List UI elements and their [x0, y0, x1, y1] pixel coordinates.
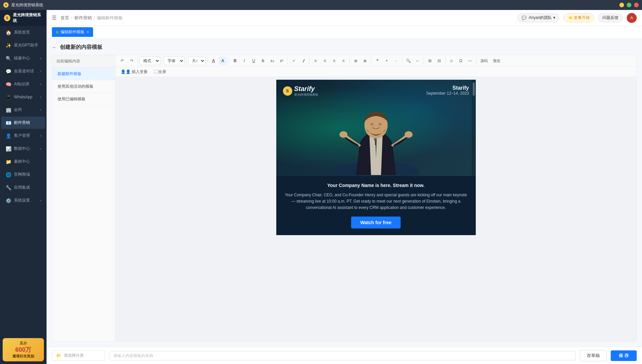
promo-amount: 600万	[5, 346, 41, 354]
email-header-right: Starify September 12–14, 2023	[426, 85, 469, 96]
sidebar-item-club[interactable]: 🏢 会邦 ›	[1, 104, 45, 116]
unordered-list-button[interactable]: ≣	[361, 56, 369, 65]
avatar[interactable]: A	[627, 13, 637, 23]
quote-button[interactable]: ❝	[373, 56, 382, 65]
minimize-btn[interactable]	[619, 3, 624, 7]
align-justify-button[interactable]: ≡	[339, 56, 348, 65]
tab-close-btn[interactable]: ✕	[86, 30, 89, 34]
source-button[interactable]: 源码	[478, 56, 490, 65]
editor-right: ↶ ↷ 格式 字体 大小	[115, 55, 636, 341]
font-select[interactable]: 字体	[164, 56, 185, 65]
outdent-button[interactable]: -	[392, 56, 400, 65]
clear-style-button[interactable]: 𝐼	[299, 56, 308, 65]
breadcrumb-home[interactable]: 首页	[61, 15, 69, 21]
clear-format-button[interactable]: ✓	[290, 56, 298, 65]
maximize-btn[interactable]	[627, 3, 631, 7]
highlight-button[interactable]: A	[218, 56, 227, 65]
logo-text: 星光跨境营销系统	[13, 12, 43, 24]
align-center-button[interactable]: ≡	[321, 56, 329, 65]
subscript-button[interactable]: x₂	[268, 56, 277, 65]
strikethrough-button[interactable]: S	[259, 56, 267, 65]
replace-button[interactable]: ↔	[413, 56, 422, 65]
align-right-button[interactable]: ≡	[330, 56, 338, 65]
align-left-button[interactable]: ≡	[311, 56, 320, 65]
format-select[interactable]: 格式	[140, 56, 160, 65]
toolbar-row2: 👤 👤 插入变量 ⛶ 全屏	[115, 67, 636, 77]
sidebar-item-label: AI知识库	[14, 81, 30, 87]
left-panel-item-activity[interactable]: 使用其他活动的模板	[52, 80, 115, 93]
toolbar-separator	[371, 57, 371, 64]
left-panel-item-new[interactable]: 新建邮件模板	[52, 68, 115, 80]
template-name-input[interactable]	[109, 351, 576, 360]
sidebar-item-label: 系统首页	[14, 30, 30, 35]
bottom-bar: 📁 请选择分类 存草稿 保 存	[47, 347, 642, 364]
sidebar-item-apps[interactable]: 🔧 应用集成	[1, 181, 45, 194]
left-panel-header: 当前编辑内容	[52, 55, 115, 68]
size-select[interactable]: 大小	[188, 56, 205, 65]
left-panel: 当前编辑内容 新建邮件模板 使用其他活动的模板 使用已编辑模板	[52, 55, 115, 341]
insert-var-button[interactable]: 👤 👤 插入变量	[118, 67, 150, 76]
ai-icon: 🧠	[5, 82, 11, 87]
sidebar-item-settings[interactable]: ⚙️ 系统设置 ›	[1, 194, 45, 207]
table-edit-button[interactable]: ⊟	[435, 56, 444, 65]
ordered-list-button[interactable]: ≣	[351, 56, 360, 65]
table-button[interactable]: ⊞	[426, 56, 434, 65]
fullscreen-button[interactable]: ⛶ 全屏	[152, 67, 169, 76]
sidebar-item-gpt[interactable]: ✨ 星光GPT助手	[1, 39, 45, 51]
chevron-down-icon: ›	[40, 134, 41, 137]
sidebar-item-ai[interactable]: 🧠 AI知识库 ›	[1, 78, 45, 90]
event-date: September 12–14, 2023	[426, 91, 469, 96]
draft-button[interactable]: 存草稿	[580, 350, 607, 361]
feedback-button[interactable]: 问题反馈	[598, 13, 623, 22]
upgrade-button[interactable]: ⭐ 套餐升级	[564, 13, 594, 22]
sidebar-item-materials[interactable]: 📁 素材中心	[1, 155, 45, 168]
toolbar-separator	[288, 57, 288, 64]
sidebar-item-data[interactable]: 📊 数据中心 ›	[1, 142, 45, 155]
top-nav: ☰ 首页 / 邮件营销 / 编辑邮件模板 💬 Anyan的团队 ▾ ⭐ 套餐升级…	[47, 10, 642, 26]
logo-subtitle: 星光跨境营销系统	[294, 93, 318, 97]
redo-button[interactable]: ↷	[127, 56, 136, 65]
chevron-down-icon: ›	[40, 147, 41, 150]
event-name: Starify	[426, 85, 469, 91]
sidebar-item-email[interactable]: 📧 邮件营销	[1, 117, 45, 129]
save-button[interactable]: 保 存	[611, 350, 637, 361]
sidebar-item-leads[interactable]: 🔍 线索中心 ›	[1, 52, 45, 64]
bold-button[interactable]: B	[231, 56, 239, 65]
gpt-icon: ✨	[5, 43, 11, 48]
special-char-button[interactable]: Ω	[456, 56, 465, 65]
sidebar-item-customer[interactable]: 👤 客户管理 ›	[1, 130, 45, 142]
emoji-button[interactable]: ☺	[447, 56, 456, 65]
indent-button[interactable]: +	[382, 56, 391, 65]
website-icon: 🌐	[5, 172, 11, 177]
app-name: 星光跨境营销系统	[11, 2, 43, 8]
underline-button[interactable]: U	[249, 56, 258, 65]
sidebar-item-website[interactable]: 🌐 官网商域	[1, 168, 45, 181]
close-btn[interactable]	[634, 3, 639, 7]
font-color-button[interactable]: A	[209, 56, 218, 65]
category-select[interactable]: 📁 请选择分类	[52, 350, 105, 361]
search-button[interactable]: 🔍	[404, 56, 413, 65]
speaker-figure	[333, 92, 419, 176]
editor-layout: 当前编辑内容 新建邮件模板 使用其他活动的模板 使用已编辑模板 ↶ ↷ 格式	[52, 55, 637, 341]
team-label: Anyan的团队 ▾	[529, 15, 555, 21]
breadcrumb-sep-1: /	[71, 15, 72, 20]
tab-edit-template[interactable]: 编辑邮件模板 ✕	[52, 27, 93, 37]
sidebar-item-whatsapp[interactable]: 📱 WhatsApp ›	[1, 91, 45, 103]
promo-banner[interactable]: 瓜分 600万 邀请好友奖励	[3, 338, 44, 361]
menu-toggle-btn[interactable]: ☰	[52, 15, 57, 21]
hr-button[interactable]: —	[466, 56, 474, 65]
sidebar-item-channels[interactable]: 💬 全渠道对话 ›	[1, 65, 45, 77]
italic-button[interactable]: I	[240, 56, 249, 65]
sidebar-item-label: 客户管理	[14, 133, 30, 138]
breadcrumb-email[interactable]: 邮件营销	[74, 15, 92, 21]
preview-button[interactable]: 预览	[491, 56, 503, 65]
superscript-button[interactable]: x²	[277, 56, 286, 65]
sidebar-item-home[interactable]: 🏠 系统首页	[1, 26, 45, 39]
leads-icon: 🔍	[5, 56, 11, 61]
back-button[interactable]: ←	[52, 45, 57, 50]
watch-free-button[interactable]: Watch for free	[351, 217, 401, 228]
email-icon: 📧	[5, 120, 11, 126]
undo-button[interactable]: ↶	[118, 56, 127, 65]
team-button[interactable]: 💬 Anyan的团队 ▾	[517, 13, 559, 22]
left-panel-item-existing[interactable]: 使用已编辑模板	[52, 93, 115, 106]
